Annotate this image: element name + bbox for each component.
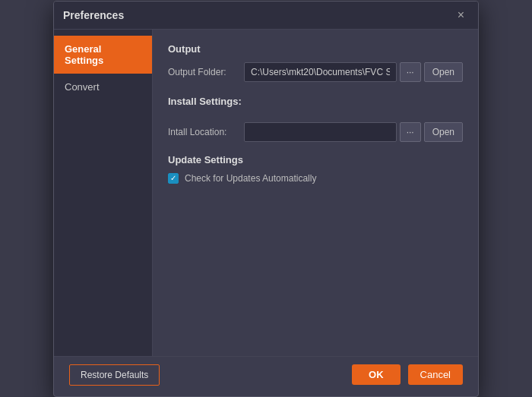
- footer-actions: OK Cancel: [352, 364, 463, 385]
- content-area: Output Output Folder: ··· Open Install S…: [153, 30, 478, 356]
- title-bar: Preferences ×: [54, 2, 478, 30]
- install-open-button[interactable]: Open: [424, 122, 463, 142]
- preferences-dialog: Preferences × General Settings Convert O…: [53, 1, 479, 397]
- install-section-title: Install Settings:: [168, 96, 463, 107]
- dialog-title: Preferences: [63, 9, 124, 21]
- auto-update-checkbox[interactable]: [168, 173, 179, 184]
- cancel-button[interactable]: Cancel: [408, 364, 463, 385]
- output-folder-row: Output Folder: ··· Open: [168, 62, 463, 82]
- output-folder-input[interactable]: [244, 62, 397, 82]
- close-button[interactable]: ×: [453, 8, 469, 23]
- sidebar-item-convert[interactable]: Convert: [54, 74, 152, 100]
- content-spacer: [168, 184, 463, 342]
- update-section-title: Update Settings: [168, 154, 463, 165]
- output-browse-button[interactable]: ···: [400, 62, 421, 82]
- update-section: Update Settings Check for Updates Automa…: [168, 154, 463, 184]
- install-location-row: Intall Location: ··· Open: [168, 122, 463, 142]
- install-section-divider: Install Settings:: [168, 96, 463, 115]
- output-section-title: Output: [168, 43, 463, 55]
- output-open-button[interactable]: Open: [424, 62, 463, 82]
- sidebar-item-general-settings[interactable]: General Settings: [54, 36, 152, 74]
- install-browse-button[interactable]: ···: [400, 122, 421, 142]
- install-location-input[interactable]: [244, 122, 397, 142]
- auto-update-row: Check for Updates Automatically: [168, 173, 463, 184]
- dialog-body: General Settings Convert Output Output F…: [54, 30, 478, 356]
- sidebar: General Settings Convert: [54, 30, 153, 356]
- install-location-label: Intall Location:: [168, 127, 244, 137]
- ok-button[interactable]: OK: [352, 364, 401, 385]
- restore-defaults-button[interactable]: Restore Defaults: [69, 364, 160, 386]
- footer: Restore Defaults OK Cancel: [54, 356, 478, 396]
- auto-update-label: Check for Updates Automatically: [185, 173, 316, 184]
- output-folder-label: Output Folder:: [168, 67, 244, 77]
